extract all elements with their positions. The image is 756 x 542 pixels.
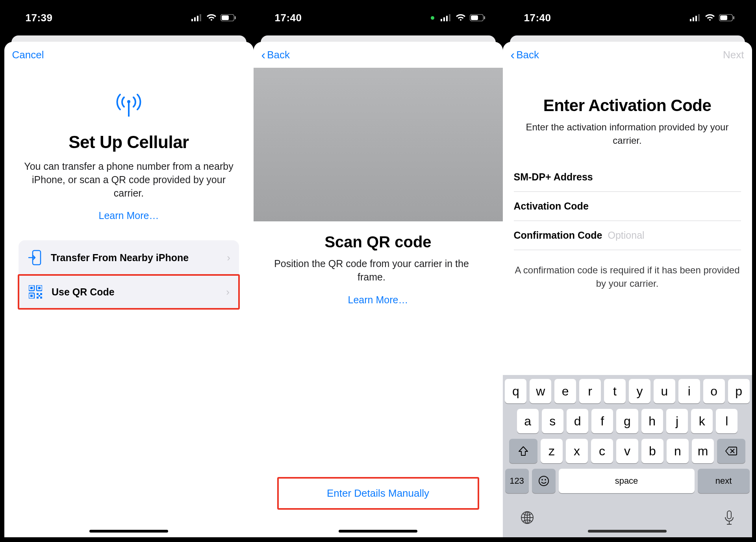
svg-rect-12: [38, 287, 41, 289]
phone-screenshot-3: 17:40 ‹ Back Next Enter Activation Code: [503, 5, 752, 537]
battery-icon: [719, 14, 735, 21]
key-o[interactable]: o: [703, 379, 725, 403]
key-numeric[interactable]: 123: [505, 469, 529, 493]
next-button[interactable]: Next: [723, 49, 744, 61]
options-list: Transfer From Nearby iPhone ›: [19, 240, 239, 309]
keyboard-toolbar: [505, 499, 750, 534]
svg-rect-2: [197, 16, 198, 21]
key-r[interactable]: r: [579, 379, 601, 403]
svg-rect-6: [235, 16, 236, 19]
svg-rect-17: [37, 297, 39, 299]
back-button[interactable]: ‹ Back: [261, 48, 290, 61]
key-s[interactable]: s: [542, 409, 563, 433]
learn-more-link[interactable]: Learn More…: [99, 210, 159, 221]
field-smdp-address[interactable]: SM-DP+ Address: [514, 163, 741, 192]
key-space[interactable]: space: [559, 469, 695, 493]
key-backspace[interactable]: [717, 439, 745, 463]
shift-icon: [518, 446, 528, 456]
phone-screenshot-2: 17:40 ‹ Back Scan QR co: [254, 5, 503, 537]
key-j[interactable]: j: [666, 409, 688, 433]
key-v[interactable]: v: [616, 439, 638, 463]
emoji-icon: [538, 475, 549, 486]
svg-rect-22: [446, 16, 448, 21]
globe-icon: [520, 510, 534, 525]
svg-rect-14: [30, 295, 33, 297]
globe-button[interactable]: [520, 510, 534, 526]
cellular-signal-icon: [113, 93, 144, 118]
svg-rect-18: [40, 297, 42, 299]
key-t[interactable]: t: [604, 379, 626, 403]
keyboard-row-1: q w e r t y u i o p: [505, 379, 750, 403]
status-bar: 17:40: [254, 5, 503, 31]
key-p[interactable]: p: [728, 379, 750, 403]
nav-bar: ‹ Back Next: [503, 42, 752, 68]
key-n[interactable]: n: [667, 439, 689, 463]
keyboard-row-4: 123 space next: [505, 469, 750, 493]
field-activation-code[interactable]: Activation Code: [514, 192, 741, 221]
status-icons: [690, 14, 735, 22]
home-indicator[interactable]: [588, 530, 667, 533]
phone-screenshot-1: 17:39 Cancel: [4, 5, 254, 537]
svg-rect-21: [443, 17, 445, 21]
key-f[interactable]: f: [591, 409, 613, 433]
key-i[interactable]: i: [678, 379, 700, 403]
key-k[interactable]: k: [691, 409, 713, 433]
svg-rect-23: [449, 14, 450, 21]
field-label: Activation Code: [514, 200, 589, 212]
key-b[interactable]: b: [641, 439, 663, 463]
key-next[interactable]: next: [698, 469, 750, 493]
nav-bar: Cancel: [4, 42, 254, 68]
key-d[interactable]: d: [567, 409, 588, 433]
learn-more-link[interactable]: Learn More…: [265, 294, 491, 306]
chevron-right-icon: ›: [227, 252, 230, 264]
home-indicator[interactable]: [89, 530, 168, 533]
back-label: Back: [516, 49, 539, 61]
manual-link-label: Enter Details Manually: [327, 487, 429, 499]
svg-point-35: [541, 479, 543, 481]
key-u[interactable]: u: [654, 379, 675, 403]
camera-viewport: [254, 68, 503, 221]
key-q[interactable]: q: [505, 379, 526, 403]
option-transfer-nearby[interactable]: Transfer From Nearby iPhone ›: [19, 240, 239, 275]
key-a[interactable]: a: [517, 409, 539, 433]
page-title: Set Up Cellular: [69, 132, 189, 152]
key-g[interactable]: g: [616, 409, 638, 433]
key-w[interactable]: w: [530, 379, 551, 403]
cellular-icon: [690, 14, 701, 21]
svg-point-34: [539, 476, 548, 486]
key-z[interactable]: z: [541, 439, 563, 463]
back-label: Back: [267, 49, 290, 61]
keyboard-row-3: z x c v b n m: [505, 439, 750, 463]
status-bar: 17:40: [503, 5, 752, 31]
option-label: Use QR Code: [52, 286, 217, 298]
modal-sheet: ‹ Back Scan QR code Position the QR code…: [254, 42, 503, 537]
svg-point-36: [545, 479, 546, 481]
dictation-button[interactable]: [724, 510, 735, 527]
key-h[interactable]: h: [641, 409, 663, 433]
key-x[interactable]: x: [566, 439, 588, 463]
key-shift[interactable]: [509, 439, 537, 463]
nav-bar: ‹ Back: [254, 42, 503, 68]
helper-text: A confirmation code is required if it ha…: [514, 264, 741, 290]
svg-rect-28: [693, 17, 694, 21]
field-confirmation-code[interactable]: Confirmation Code Optional: [514, 221, 741, 250]
key-emoji[interactable]: [532, 469, 556, 493]
cancel-button[interactable]: Cancel: [12, 49, 44, 61]
key-c[interactable]: c: [591, 439, 613, 463]
key-m[interactable]: m: [692, 439, 714, 463]
svg-rect-20: [441, 19, 442, 21]
svg-rect-30: [698, 14, 700, 21]
key-l[interactable]: l: [716, 409, 737, 433]
svg-rect-1: [194, 17, 196, 21]
cellular-icon: [191, 14, 202, 21]
svg-rect-0: [191, 19, 193, 21]
back-button[interactable]: ‹ Back: [511, 48, 539, 61]
svg-point-7: [127, 100, 130, 103]
key-y[interactable]: y: [629, 379, 650, 403]
key-e[interactable]: e: [554, 379, 576, 403]
field-optional-hint: Optional: [608, 230, 645, 241]
option-use-qr-code[interactable]: Use QR Code ›: [18, 274, 240, 310]
wifi-icon: [705, 14, 715, 22]
home-indicator[interactable]: [339, 530, 417, 533]
enter-details-manually-button[interactable]: Enter Details Manually: [277, 477, 479, 510]
